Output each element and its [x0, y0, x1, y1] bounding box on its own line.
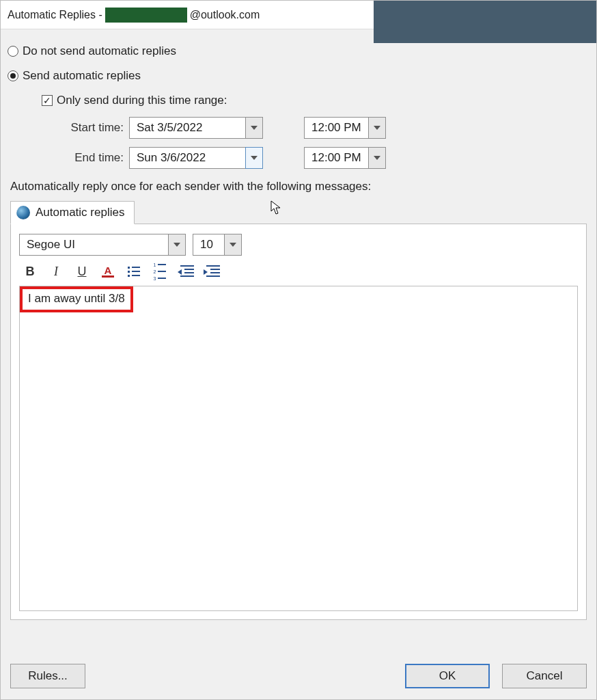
message-highlight: I am away until 3/8 — [20, 286, 133, 312]
message-textarea[interactable]: I am away until 3/8 — [19, 286, 578, 611]
decrease-indent-button[interactable] — [178, 264, 194, 279]
chevron-down-icon — [230, 243, 236, 247]
start-time-label: Start time: — [54, 121, 129, 135]
font-toolbar: Segoe UI 10 — [19, 234, 578, 256]
title-suffix: @outlook.com — [190, 9, 260, 21]
font-color-button[interactable]: A — [100, 264, 116, 279]
bullet-list-button[interactable] — [126, 264, 142, 279]
dialog-content: Do not send automatic replies Send autom… — [1, 29, 596, 620]
radio-do-not-send-label: Do not send automatic replies — [23, 44, 176, 58]
chevron-down-icon — [173, 243, 180, 247]
start-time-row: Start time: Sat 3/5/2022 12:00 PM — [54, 117, 589, 139]
format-toolbar: B I U A 1 2 3 — [22, 264, 578, 279]
end-time-dropdown[interactable] — [368, 147, 386, 169]
chevron-down-icon — [251, 126, 258, 130]
end-date-dropdown[interactable] — [245, 147, 263, 169]
font-family-combo[interactable]: Segoe UI — [19, 234, 186, 256]
tab-automatic-replies[interactable]: Automatic replies — [10, 201, 135, 224]
font-family-dropdown[interactable] — [168, 234, 186, 256]
radio-do-not-send[interactable] — [8, 46, 18, 57]
time-range-checkbox-row[interactable]: ✓ Only send during this time range: — [42, 94, 589, 107]
start-time-combo[interactable]: 12:00 PM — [304, 117, 386, 139]
automatic-replies-dialog: Automatic Replies - @outlook.com Do not … — [0, 0, 597, 700]
radio-send-label: Send automatic replies — [23, 69, 141, 83]
redacted-account-name — [105, 8, 187, 23]
radio-send-row[interactable]: Send automatic replies — [8, 69, 589, 83]
cancel-button[interactable]: Cancel — [502, 664, 587, 688]
chevron-down-icon — [374, 126, 380, 130]
dialog-footer: Rules... OK Cancel — [1, 657, 596, 695]
time-range-checkbox[interactable]: ✓ — [42, 95, 53, 106]
start-time-dropdown[interactable] — [368, 117, 386, 139]
start-date-value[interactable]: Sat 3/5/2022 — [129, 117, 245, 139]
ok-button[interactable]: OK — [405, 664, 490, 688]
tab-strip: Automatic replies — [10, 200, 587, 224]
decrease-indent-icon — [178, 265, 194, 278]
globe-icon — [16, 206, 30, 219]
end-time-combo[interactable]: 12:00 PM — [304, 147, 386, 169]
font-family-value[interactable]: Segoe UI — [19, 234, 168, 256]
end-date-value[interactable]: Sun 3/6/2022 — [129, 147, 245, 169]
increase-indent-button[interactable] — [204, 264, 220, 279]
start-date-combo[interactable]: Sat 3/5/2022 — [129, 117, 263, 139]
number-list-icon: 1 2 3 — [154, 262, 167, 281]
bullet-list-icon — [128, 267, 140, 277]
font-size-dropdown[interactable] — [224, 234, 242, 256]
end-time-label: End time: — [54, 151, 129, 165]
start-time-value[interactable]: 12:00 PM — [304, 117, 368, 139]
chevron-down-icon — [251, 156, 258, 160]
font-size-combo[interactable]: 10 — [193, 234, 242, 256]
increase-indent-icon — [204, 265, 220, 278]
end-date-combo[interactable]: Sun 3/6/2022 — [129, 147, 263, 169]
title-prefix: Automatic Replies - — [8, 9, 102, 21]
radio-send[interactable] — [8, 70, 18, 81]
section-label: Automatically reply once for each sender… — [10, 180, 589, 193]
italic-button[interactable]: I — [48, 264, 64, 279]
number-list-button[interactable]: 1 2 3 — [152, 264, 168, 279]
bold-button[interactable]: B — [22, 264, 38, 279]
start-date-dropdown[interactable] — [245, 117, 263, 139]
editor-panel: Segoe UI 10 B I U A — [10, 224, 587, 620]
end-time-row: End time: Sun 3/6/2022 12:00 PM — [54, 147, 589, 169]
title-bar: Automatic Replies - @outlook.com — [1, 1, 596, 29]
font-size-value[interactable]: 10 — [193, 234, 224, 256]
time-range-checkbox-label: Only send during this time range: — [57, 94, 227, 107]
message-text: I am away until 3/8 — [28, 292, 125, 305]
rules-button[interactable]: Rules... — [10, 664, 85, 688]
end-time-value[interactable]: 12:00 PM — [304, 147, 368, 169]
underline-button[interactable]: U — [74, 264, 90, 279]
radio-do-not-send-row[interactable]: Do not send automatic replies — [8, 44, 589, 58]
tab-label: Automatic replies — [36, 206, 124, 219]
chevron-down-icon — [374, 156, 380, 160]
